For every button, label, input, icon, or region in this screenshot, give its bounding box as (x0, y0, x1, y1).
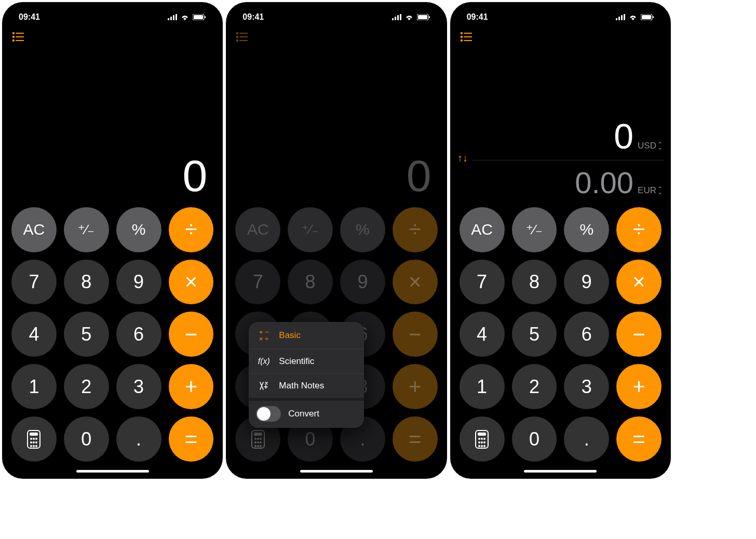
to-currency-row[interactable]: 0.00 EUR ⌃⌄ (472, 168, 664, 198)
digit-0-button[interactable]: 0 (512, 416, 557, 462)
svg-rect-27 (400, 14, 401, 20)
history-list-icon[interactable] (12, 32, 24, 42)
digit-8-button[interactable]: 8 (512, 260, 557, 305)
equals-button[interactable]: = (169, 416, 214, 462)
ac-button[interactable]: AC (460, 207, 505, 252)
svg-point-69 (478, 445, 480, 447)
status-icons (616, 14, 654, 20)
digit-7-button[interactable]: 7 (11, 260, 57, 305)
menu-item-basic[interactable]: + −× ÷ Basic (249, 322, 364, 349)
svg-rect-53 (642, 15, 651, 19)
digit-4-button[interactable]: 4 (11, 312, 57, 357)
svg-rect-51 (624, 14, 625, 20)
minus-button[interactable]: − (616, 312, 662, 357)
history-list-icon[interactable] (236, 32, 248, 42)
digit-5-button[interactable]: 5 (512, 312, 557, 357)
digit-9-button[interactable]: 9 (340, 260, 385, 305)
plus-button[interactable]: + (393, 364, 438, 409)
status-bar: 09:41 (457, 9, 664, 23)
svg-rect-26 (397, 15, 399, 20)
digit-1-button[interactable]: 1 (460, 364, 505, 409)
digit-5-button[interactable]: 5 (64, 312, 109, 357)
digit-9-button[interactable]: 9 (564, 260, 609, 305)
plus-minus-button[interactable]: ⁺⁄₋ (288, 207, 333, 252)
digit-0-button[interactable]: 0 (64, 416, 109, 462)
menu-label: Scientific (279, 356, 314, 367)
plus-button[interactable]: + (616, 364, 662, 409)
equals-button[interactable]: = (393, 416, 438, 462)
mode-button[interactable] (11, 416, 57, 462)
multiply-button[interactable]: × (169, 260, 214, 305)
decimal-button[interactable]: . (116, 416, 161, 462)
menu-label: Math Notes (279, 381, 324, 391)
menu-item-scientific[interactable]: f(x) Scientific (249, 349, 364, 373)
calculator-icon (251, 430, 265, 449)
history-list-icon[interactable] (461, 32, 472, 42)
wifi-icon (180, 14, 190, 20)
chevron-updown-icon: ⌃⌄ (657, 187, 663, 194)
minus-button[interactable]: − (169, 312, 214, 357)
percent-button[interactable]: % (116, 207, 161, 252)
battery-icon (417, 14, 430, 20)
from-currency-row[interactable]: 0 USD ⌃⌄ (472, 118, 664, 154)
digit-3-button[interactable]: 3 (564, 364, 609, 409)
divide-button[interactable]: ÷ (169, 207, 214, 252)
decimal-button[interactable]: . (564, 416, 609, 462)
multiply-button[interactable]: × (393, 260, 438, 305)
ac-button[interactable]: AC (11, 207, 57, 252)
plus-button[interactable]: + (169, 364, 214, 409)
from-currency-picker[interactable]: USD ⌃⌄ (638, 141, 663, 151)
swap-currencies-icon[interactable]: ↑↓ (457, 152, 468, 164)
svg-rect-14 (30, 433, 38, 436)
convert-toggle[interactable] (256, 406, 281, 422)
divide-button[interactable]: ÷ (616, 207, 662, 252)
scientific-mode-icon: f(x) (258, 357, 269, 366)
minus-button[interactable]: − (393, 312, 438, 357)
digit-7-button[interactable]: 7 (235, 260, 280, 305)
multiply-button[interactable]: × (616, 260, 662, 305)
svg-rect-49 (618, 17, 620, 20)
svg-point-15 (30, 438, 32, 440)
digit-8-button[interactable]: 8 (288, 260, 333, 305)
svg-point-21 (30, 445, 32, 447)
plus-minus-button[interactable]: ⁺⁄₋ (64, 207, 109, 252)
home-indicator[interactable] (76, 470, 149, 473)
menu-item-convert[interactable]: Convert (249, 401, 364, 428)
svg-rect-38 (254, 433, 262, 436)
digit-6-button[interactable]: 6 (116, 312, 161, 357)
home-indicator[interactable] (300, 470, 373, 473)
ac-button[interactable]: AC (235, 207, 280, 252)
digit-3-button[interactable]: 3 (116, 364, 161, 409)
digit-7-button[interactable]: 7 (460, 260, 505, 305)
percent-button[interactable]: % (340, 207, 385, 252)
svg-point-45 (254, 445, 256, 447)
digit-4-button[interactable]: 4 (460, 312, 505, 357)
home-indicator[interactable] (524, 470, 597, 473)
svg-point-19 (33, 441, 35, 443)
svg-point-40 (257, 438, 259, 440)
from-value: 0 (614, 118, 633, 154)
mode-button[interactable] (460, 416, 505, 462)
digit-9-button[interactable]: 9 (116, 260, 161, 305)
svg-point-22 (33, 445, 35, 447)
digit-8-button[interactable]: 8 (64, 260, 109, 305)
percent-button[interactable]: % (564, 207, 609, 252)
digit-6-button[interactable]: 6 (564, 312, 609, 357)
svg-point-67 (481, 441, 483, 443)
divide-button[interactable]: ÷ (393, 207, 438, 252)
digit-1-button[interactable]: 1 (11, 364, 57, 409)
digit-2-button[interactable]: 2 (512, 364, 557, 409)
svg-rect-50 (621, 15, 623, 20)
svg-point-64 (481, 438, 483, 440)
calculator-menu-screen: 09:41 0 AC ⁺⁄₋ % ÷ 7 8 9 × 4 5 6 − 1 2 3… (226, 2, 447, 479)
svg-point-9 (13, 36, 14, 37)
plus-minus-button[interactable]: ⁺⁄₋ (512, 207, 557, 252)
svg-point-23 (35, 445, 37, 447)
status-time: 09:41 (19, 12, 40, 22)
menu-item-math-notes[interactable]: Math Notes (249, 374, 364, 398)
equals-button[interactable]: = (616, 416, 662, 462)
digit-2-button[interactable]: 2 (64, 364, 109, 409)
svg-rect-25 (395, 17, 396, 20)
convert-display: ↑↓ 0 USD ⌃⌄ 0.00 EUR ⌃⌄ (457, 118, 664, 198)
to-currency-picker[interactable]: EUR ⌃⌄ (638, 185, 663, 196)
